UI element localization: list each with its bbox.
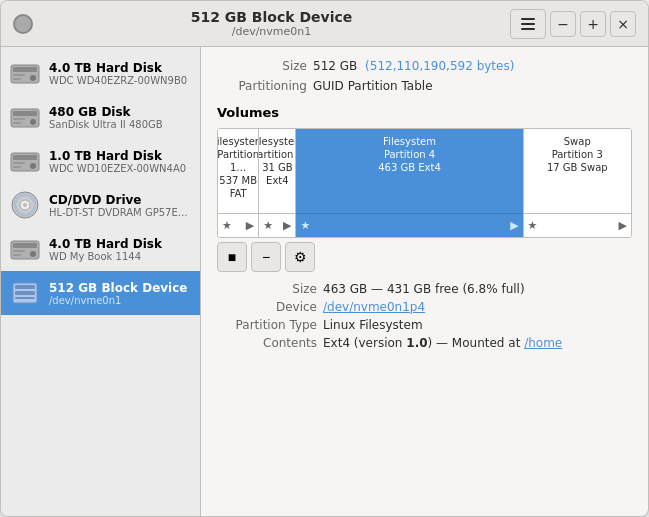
svg-point-2 — [30, 75, 36, 81]
sidebar-item-5-text: 512 GB Block Device /dev/nvme0n1 — [49, 281, 192, 306]
sidebar-item-5-sub: /dev/nvme0n1 — [49, 295, 192, 306]
volume-2-label: FilesystemPartition 4463 GB Ext4 — [378, 135, 441, 174]
contents-mid: ) — Mounted at — [428, 336, 525, 350]
volume-2-bottom: ★ ▶ — [296, 213, 522, 237]
sidebar-item-3-name: CD/DVD Drive — [49, 193, 192, 207]
detail-size-label: Size — [217, 282, 317, 296]
detail-device-label: Device — [217, 300, 317, 314]
minimize-button[interactable]: − — [550, 11, 576, 37]
volume-1[interactable]: FilesystemPartition 231 GB Ext4 ★ ▶ — [259, 129, 296, 237]
detail-contents-value: Ext4 (version 1.0) — Mounted at /home — [323, 336, 562, 350]
settings-button[interactable]: ⚙ — [285, 242, 315, 272]
volumes-container: FilesystemPartition 1…537 MB FAT ★ ▶ Fil… — [217, 128, 632, 238]
detail-contents-row: Contents Ext4 (version 1.0) — Mounted at… — [217, 336, 632, 350]
sidebar-item-3-text: CD/DVD Drive HL-DT-ST DVDRAM GP57EB40 — [49, 193, 192, 218]
volume-1-star: ★ — [263, 219, 273, 232]
svg-rect-22 — [13, 250, 25, 252]
contents-link[interactable]: /home — [524, 336, 562, 350]
sidebar-item-4-sub: WD My Book 1144 — [49, 251, 192, 262]
remove-button[interactable]: − — [251, 242, 281, 272]
volume-3-top: SwapPartition 317 GB Swap — [524, 129, 631, 213]
sidebar-item-3[interactable]: CD/DVD Drive HL-DT-ST DVDRAM GP57EB40 — [1, 183, 200, 227]
svg-rect-4 — [13, 78, 21, 80]
sidebar-item-5[interactable]: 512 GB Block Device /dev/nvme0n1 — [1, 271, 200, 315]
svg-rect-14 — [13, 166, 21, 168]
volume-0-label: FilesystemPartition 1…537 MB FAT — [218, 135, 259, 200]
main-panel: Size 512 GB (512,110,190,592 bytes) Part… — [201, 47, 648, 516]
partitioning-value: GUID Partition Table — [313, 79, 433, 93]
sidebar-item-4-name: 4.0 TB Hard Disk — [49, 237, 192, 251]
titlebar: 512 GB Block Device /dev/nvme0n1 − + × — [1, 1, 648, 47]
content-area: 4.0 TB Hard Disk WDC WD40EZRZ-00WN9B0 48… — [1, 47, 648, 516]
sidebar-item-5-name: 512 GB Block Device — [49, 281, 192, 295]
ssd-icon-1 — [9, 101, 41, 133]
detail-device-value[interactable]: /dev/nvme0n1p4 — [323, 300, 425, 314]
detail-device-row: Device /dev/nvme0n1p4 — [217, 300, 632, 314]
menu-button[interactable] — [510, 9, 546, 39]
svg-rect-9 — [13, 122, 21, 124]
titlebar-center: 512 GB Block Device /dev/nvme0n1 — [33, 9, 510, 38]
svg-rect-25 — [15, 285, 35, 289]
close-button[interactable]: × — [610, 11, 636, 37]
block-icon-5 — [9, 277, 41, 309]
svg-point-12 — [30, 163, 36, 169]
size-row: Size 512 GB (512,110,190,592 bytes) — [217, 59, 632, 73]
dvd-icon-3 — [9, 189, 41, 221]
detail-contents-label: Contents — [217, 336, 317, 350]
svg-rect-1 — [13, 67, 37, 72]
sidebar-item-4[interactable]: 4.0 TB Hard Disk WD My Book 1144 — [1, 227, 200, 271]
svg-rect-27 — [15, 297, 35, 299]
svg-rect-20 — [13, 243, 37, 248]
detail-partition-type-row: Partition Type Linux Filesystem — [217, 318, 632, 332]
volume-0[interactable]: FilesystemPartition 1…537 MB FAT ★ ▶ — [218, 129, 259, 237]
volume-2-top: FilesystemPartition 4463 GB Ext4 — [296, 129, 522, 213]
volume-2-arrow: ▶ — [510, 219, 518, 232]
volume-3-bottom: ★ ▶ — [524, 213, 631, 237]
contents-prefix: Ext4 (version — [323, 336, 406, 350]
svg-rect-8 — [13, 118, 25, 120]
sidebar-item-0-text: 4.0 TB Hard Disk WDC WD40EZRZ-00WN9B0 — [49, 61, 192, 86]
sidebar-item-4-text: 4.0 TB Hard Disk WD My Book 1144 — [49, 237, 192, 262]
svg-rect-11 — [13, 155, 37, 160]
volume-2[interactable]: FilesystemPartition 4463 GB Ext4 ★ ▶ — [296, 129, 523, 237]
hdd-icon-0 — [9, 57, 41, 89]
volume-0-arrow: ▶ — [246, 219, 254, 232]
detail-partition-type-label: Partition Type — [217, 318, 317, 332]
stop-button[interactable]: ■ — [217, 242, 247, 272]
size-gb: 512 GB — [313, 59, 357, 73]
volumes-toolbar: ■ − ⚙ — [217, 242, 632, 272]
maximize-button[interactable]: + — [580, 11, 606, 37]
volume-0-bottom: ★ ▶ — [218, 213, 258, 237]
hdd-icon-2 — [9, 145, 41, 177]
volumes-section: Volumes FilesystemPartition 1…537 MB FAT… — [217, 105, 632, 272]
sidebar-item-1-sub: SanDisk Ultra II 480GB — [49, 119, 192, 130]
volume-3-arrow: ▶ — [619, 219, 627, 232]
volume-1-label: FilesystemPartition 231 GB Ext4 — [259, 135, 296, 187]
titlebar-left — [13, 14, 33, 34]
size-value: 512 GB (512,110,190,592 bytes) — [313, 59, 514, 73]
volume-3-label: SwapPartition 317 GB Swap — [547, 135, 608, 174]
window-subtitle: /dev/nvme0n1 — [33, 25, 510, 38]
app-icon — [13, 14, 33, 34]
detail-size-row: Size 463 GB — 431 GB free (6.8% full) — [217, 282, 632, 296]
sidebar-item-0-name: 4.0 TB Hard Disk — [49, 61, 192, 75]
sidebar-item-1-text: 480 GB Disk SanDisk Ultra II 480GB — [49, 105, 192, 130]
sidebar-item-0[interactable]: 4.0 TB Hard Disk WDC WD40EZRZ-00WN9B0 — [1, 51, 200, 95]
detail-partition-type-value: Linux Filesystem — [323, 318, 423, 332]
svg-point-17 — [23, 203, 27, 207]
sidebar-item-1-name: 480 GB Disk — [49, 105, 192, 119]
size-bytes: (512,110,190,592 bytes) — [365, 59, 514, 73]
volume-0-top: FilesystemPartition 1…537 MB FAT — [218, 129, 258, 213]
volume-1-arrow: ▶ — [283, 219, 291, 232]
partitioning-label: Partitioning — [217, 79, 307, 93]
hdd-icon-4 — [9, 233, 41, 265]
svg-point-21 — [30, 251, 36, 257]
svg-rect-23 — [13, 254, 21, 256]
volume-0-star: ★ — [222, 219, 232, 232]
sidebar-item-2[interactable]: 1.0 TB Hard Disk WDC WD10EZEX-00WN4A0 — [1, 139, 200, 183]
partitioning-row: Partitioning GUID Partition Table — [217, 79, 632, 93]
titlebar-right: − + × — [510, 9, 636, 39]
volume-3[interactable]: SwapPartition 317 GB Swap ★ ▶ — [524, 129, 631, 237]
sidebar-item-1[interactable]: 480 GB Disk SanDisk Ultra II 480GB — [1, 95, 200, 139]
detail-size-value: 463 GB — 431 GB free (6.8% full) — [323, 282, 525, 296]
